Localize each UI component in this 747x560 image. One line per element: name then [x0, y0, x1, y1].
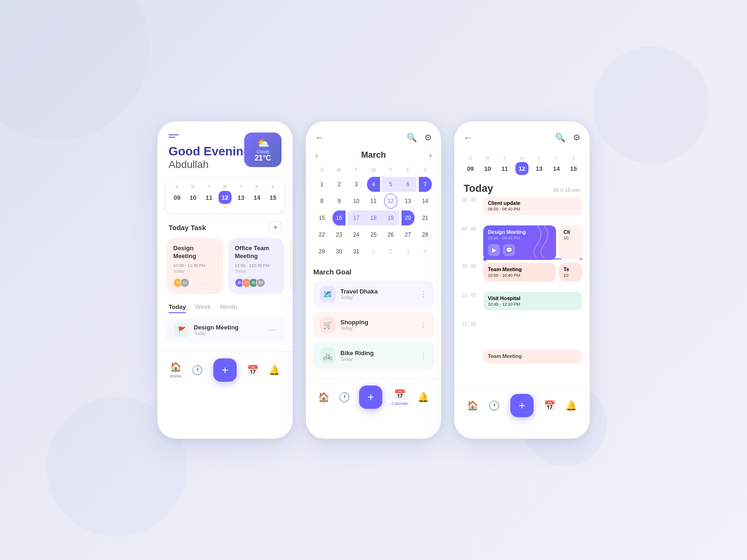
nav-home-2[interactable]: 🏠	[318, 392, 330, 403]
goal-more-shopping[interactable]: ⋮	[420, 321, 427, 329]
day-item-09[interactable]: S 09	[169, 184, 185, 208]
task-card-extra[interactable]: DeMe... 10:... Today	[290, 238, 293, 294]
nav-calendar[interactable]: 📅	[247, 364, 259, 376]
menu-icon[interactable]	[169, 134, 179, 138]
p3-day-13[interactable]: T 13	[533, 156, 546, 175]
nav-add-button[interactable]: +	[213, 358, 237, 382]
cal-day-31[interactable]: 31	[350, 244, 363, 259]
p3-day-11[interactable]: T 11	[498, 156, 511, 175]
cal-day-6[interactable]: 6	[399, 177, 416, 192]
tab-today[interactable]: Today	[169, 303, 186, 313]
cal-day-9[interactable]: 9	[332, 194, 345, 209]
p3-day-10[interactable]: M 10	[481, 156, 494, 175]
nav-bell-2[interactable]: 🔔	[417, 392, 429, 403]
cal-day-2[interactable]: 2	[332, 177, 345, 192]
cal-day-13[interactable]: 13	[402, 194, 415, 209]
task-card-design[interactable]: DesignMeeting 10:00 - 11:30 PM Today A 1…	[167, 238, 223, 294]
cal-day-14[interactable]: 14	[419, 194, 432, 209]
goal-item-biking[interactable]: 🚲 Bike Riding Today ⋮	[313, 342, 434, 369]
calendar-grid: S M T W T F S 1 2 3 4 5 6 7 8 9	[306, 166, 441, 259]
event-te-partial[interactable]: Te 10:	[559, 263, 582, 281]
p3-day-15[interactable]: S 15	[567, 156, 580, 175]
nav-add-button-3[interactable]: +	[510, 394, 534, 417]
nav-calendar-3[interactable]: 📅	[544, 400, 556, 411]
cal-day-apr1[interactable]: 1	[367, 244, 380, 259]
day-item-13[interactable]: T 13	[233, 184, 249, 208]
next-month-button[interactable]: ›	[429, 150, 432, 160]
search-icon[interactable]: 🔍	[407, 133, 417, 143]
p3-day-14[interactable]: F 14	[550, 156, 563, 175]
nav-clock[interactable]: 🕐	[191, 364, 203, 376]
cal-day-18[interactable]: 18	[365, 210, 382, 225]
cal-day-16[interactable]: 16	[332, 210, 345, 225]
cal-day-11[interactable]: 11	[367, 194, 380, 209]
day-item-10[interactable]: M 10	[185, 184, 201, 208]
tab-week[interactable]: Week	[195, 303, 211, 313]
cal-day-1[interactable]: 1	[315, 177, 328, 192]
nav-home[interactable]: 🏠 Home	[170, 361, 182, 378]
day-item-14[interactable]: F 14	[249, 184, 265, 208]
p3-day-09[interactable]: S 09	[464, 156, 477, 175]
goal-more-travel[interactable]: ⋮	[420, 290, 427, 299]
cal-day-3[interactable]: 3	[350, 177, 363, 192]
cal-day-28[interactable]: 28	[419, 227, 432, 242]
event-team-meeting[interactable]: Team Meeting 10:00 - 10:40 PM	[483, 263, 556, 281]
cal-day-29[interactable]: 29	[315, 244, 328, 259]
cal-day-30[interactable]: 30	[332, 244, 345, 259]
nav-cal-active[interactable]: 📅 Calender	[391, 389, 409, 406]
day-dot	[224, 206, 226, 208]
cal-day-8[interactable]: 8	[315, 194, 328, 209]
filter-icon[interactable]: ⚙	[424, 133, 432, 143]
task-card-office[interactable]: Office TeamMeeting 12:00 - 112:30 PM Tod…	[228, 238, 284, 294]
goal-more-biking[interactable]: ⋮	[420, 351, 427, 360]
list-item-design[interactable]: 🚩 Design Meeting Today ⋯	[165, 318, 285, 342]
cal-day-7[interactable]: 7	[419, 177, 432, 192]
nav-home-3[interactable]: 🏠	[467, 400, 479, 411]
cal-day-27[interactable]: 27	[402, 227, 415, 242]
nav-bell-3[interactable]: 🔔	[565, 400, 577, 411]
event-team-meeting-2[interactable]: Team Meeting	[483, 350, 582, 364]
nav-add-button-2[interactable]: +	[359, 385, 382, 409]
nav-clock-2[interactable]: 🕐	[338, 392, 350, 403]
cal-day-apr2[interactable]: 2	[384, 244, 397, 259]
cal-day-10[interactable]: 10	[350, 194, 363, 209]
day-item-15[interactable]: S 15	[265, 184, 281, 208]
cal-day-17[interactable]: 17	[348, 210, 365, 225]
event-visit-hospital[interactable]: Visit Hospital 10:45 - 12:10 PM	[483, 292, 582, 310]
event-action-play[interactable]: ▶	[488, 244, 500, 256]
cal-day-4[interactable]: 4	[367, 177, 380, 192]
back-icon[interactable]: ←	[315, 133, 324, 143]
cal-day-apr3[interactable]: 3	[402, 244, 415, 259]
event-design-meeting[interactable]: Design Meeting 08:45 - 09:40 PM ▶ 💬	[483, 225, 556, 260]
day-item-12[interactable]: W 12	[217, 184, 233, 208]
cal-day-20[interactable]: 20	[402, 210, 415, 225]
goal-item-travel[interactable]: 🗺️ Travel Dhaka Today ⋮	[313, 280, 434, 308]
nav-bell[interactable]: 🔔	[268, 364, 280, 376]
cal-day-25[interactable]: 25	[367, 227, 380, 242]
cal-day-5[interactable]: 5	[382, 177, 399, 192]
filter-icon-3[interactable]: ⚙	[573, 133, 580, 143]
cal-day-24[interactable]: 24	[350, 227, 363, 242]
cal-day-15[interactable]: 15	[315, 210, 328, 225]
cal-day-12[interactable]: 12	[384, 194, 397, 209]
day-item-11[interactable]: T 11	[201, 184, 217, 208]
list-more-icon[interactable]: ⋯	[268, 325, 276, 334]
event-action-chat[interactable]: 💬	[503, 244, 515, 256]
search-icon-3[interactable]: 🔍	[555, 133, 565, 143]
nav-clock-3[interactable]: 🕐	[488, 400, 500, 411]
cal-day-22[interactable]: 22	[315, 227, 328, 242]
p3-day-12[interactable]: W 12	[515, 156, 529, 175]
tab-month[interactable]: Month	[220, 303, 237, 313]
cal-day-apr4[interactable]: 4	[419, 244, 432, 259]
cal-day-21[interactable]: 21	[419, 210, 432, 225]
cal-day-26[interactable]: 26	[384, 227, 397, 242]
back-icon-3[interactable]: ←	[464, 133, 472, 143]
event-cli-partial[interactable]: Cli 10:	[559, 225, 582, 260]
prev-month-button[interactable]: ‹	[315, 150, 318, 160]
goal-item-shopping[interactable]: 🛒 Shopping Today ⋮	[313, 311, 434, 338]
cal-day-19[interactable]: 19	[382, 210, 399, 225]
add-task-button[interactable]: +	[269, 221, 282, 233]
event-client-update[interactable]: Client update 08:00 - 08:40 PM	[483, 196, 582, 215]
time-slot-team2: Team Meeting	[462, 350, 582, 378]
cal-day-23[interactable]: 23	[332, 227, 345, 242]
